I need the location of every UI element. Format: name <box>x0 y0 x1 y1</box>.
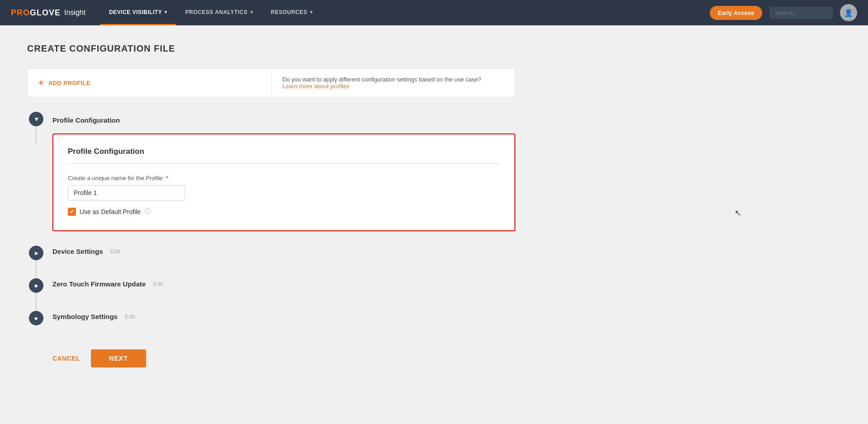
step-symbology-circle[interactable]: ▸ <box>29 311 43 325</box>
required-star: * <box>166 175 168 181</box>
step-device-title: Device Settings <box>52 248 103 255</box>
step-profile-row: ▾ Profile Configuration Profile Configur… <box>27 112 515 246</box>
steps-container: ▾ Profile Configuration Profile Configur… <box>27 112 515 331</box>
step-zero-touch-title: Zero Touch Firmware Update <box>52 280 146 288</box>
step-zero-touch-edit[interactable]: Edit <box>153 281 163 287</box>
step-device-row: ▸ Device Settings Edit <box>27 246 515 278</box>
step-zero-touch-row: ▸ Zero Touch Firmware Update Edit <box>27 278 515 311</box>
step-profile-left: ▾ <box>27 112 45 144</box>
cancel-button[interactable]: CANCEL <box>52 355 80 362</box>
nav-process-analytics[interactable]: PROCESS ANALYTICS ▾ <box>176 0 262 25</box>
field-label-text: Create a unique name for the Profile: <box>68 175 164 181</box>
step-symbology-content: Symbology Settings Edit <box>45 311 515 331</box>
logo-pro: PRO <box>11 8 30 18</box>
nav-device-visibility-label: DEVICE VISIBILITY <box>109 9 162 15</box>
bottom-buttons: CANCEL NEXT <box>27 349 515 367</box>
add-icon: + <box>38 78 44 88</box>
learn-more-link[interactable]: Learn more about profiles <box>283 83 349 90</box>
profile-name-input[interactable] <box>68 185 185 200</box>
step-zero-touch-circle[interactable]: ▸ <box>29 278 43 293</box>
step-profile-circle[interactable]: ▾ <box>29 112 43 126</box>
step-symbology-header: Symbology Settings Edit <box>52 311 515 331</box>
step-symbology-title: Symbology Settings <box>52 313 118 320</box>
step-line <box>36 126 37 144</box>
step-device-left: ▸ <box>27 246 45 278</box>
chevron-right-icon: ▸ <box>35 314 38 322</box>
nav-device-visibility[interactable]: DEVICE VISIBILITY ▾ <box>100 0 176 25</box>
cursor: ↖ <box>735 208 741 218</box>
add-profile-description: Do you want to apply different configura… <box>283 76 481 83</box>
avatar[interactable]: 👤 <box>840 4 857 21</box>
page-content: CREATE CONFIGURATION FILE + ADD PROFILE … <box>0 25 542 386</box>
next-button[interactable]: NEXT <box>91 349 146 367</box>
search-input[interactable] <box>769 7 833 19</box>
chevron-right-icon: ▸ <box>35 249 38 257</box>
step-device-header: Device Settings Edit <box>52 246 515 266</box>
step-zero-touch-content: Zero Touch Firmware Update Edit <box>45 278 515 299</box>
logo: PROGLOVE Insight <box>11 8 85 18</box>
card-title: Profile Configuration <box>68 147 500 164</box>
field-label: Create a unique name for the Profile: * <box>68 175 500 181</box>
chevron-down-icon: ▾ <box>250 10 253 14</box>
step-symbology-edit[interactable]: Edit <box>125 313 135 320</box>
step-zero-touch-header: Zero Touch Firmware Update Edit <box>52 278 515 299</box>
early-access-button[interactable]: Early Access <box>710 6 762 20</box>
step-device-content: Device Settings Edit <box>45 246 515 266</box>
chevron-down-icon: ▾ <box>310 10 313 14</box>
nav-process-analytics-label: PROCESS ANALYTICS <box>185 9 248 15</box>
checkmark-icon: ✓ <box>70 209 74 215</box>
logo-insight: Insight <box>64 9 85 17</box>
logo-glove: GLOVE <box>30 8 61 18</box>
step-zero-touch-left: ▸ <box>27 278 45 311</box>
add-profile-right: Do you want to apply different configura… <box>272 69 515 97</box>
nav-items: DEVICE VISIBILITY ▾ PROCESS ANALYTICS ▾ … <box>100 0 709 25</box>
step-device-circle[interactable]: ▸ <box>29 246 43 260</box>
page-title: CREATE CONFIGURATION FILE <box>27 43 515 54</box>
step-line <box>36 260 37 278</box>
step-symbology-left: ▸ <box>27 311 45 325</box>
navbar: PROGLOVE Insight DEVICE VISIBILITY ▾ PRO… <box>0 0 868 25</box>
profile-config-card: Profile Configuration Create a unique na… <box>52 133 515 231</box>
info-icon[interactable]: ⓘ <box>144 208 151 216</box>
step-line <box>36 293 37 311</box>
step-profile-title: Profile Configuration <box>52 116 120 124</box>
avatar-icon: 👤 <box>844 9 853 17</box>
step-symbology-row: ▸ Symbology Settings Edit <box>27 311 515 331</box>
checkbox-row: ✓ Use as Default Profile ⓘ <box>68 208 500 216</box>
nav-right: Early Access 👤 <box>710 4 857 21</box>
add-profile-left: + ADD PROFILE <box>28 71 272 95</box>
nav-resources-label: RESOURCES <box>271 9 307 15</box>
add-profile-banner: + ADD PROFILE Do you want to apply diffe… <box>27 68 515 97</box>
chevron-right-icon: ▸ <box>35 282 38 289</box>
default-profile-checkbox[interactable]: ✓ <box>68 208 76 216</box>
step-profile-content: Profile Configuration Profile Configurat… <box>45 112 515 246</box>
add-profile-button[interactable]: ADD PROFILE <box>48 80 91 86</box>
nav-resources[interactable]: RESOURCES ▾ <box>262 0 321 25</box>
step-profile-header: Profile Configuration <box>52 112 515 126</box>
chevron-down-icon: ▾ <box>35 115 38 123</box>
chevron-down-icon: ▾ <box>165 10 167 14</box>
default-profile-label: Use as Default Profile <box>80 208 141 215</box>
step-device-edit[interactable]: Edit <box>110 248 120 255</box>
